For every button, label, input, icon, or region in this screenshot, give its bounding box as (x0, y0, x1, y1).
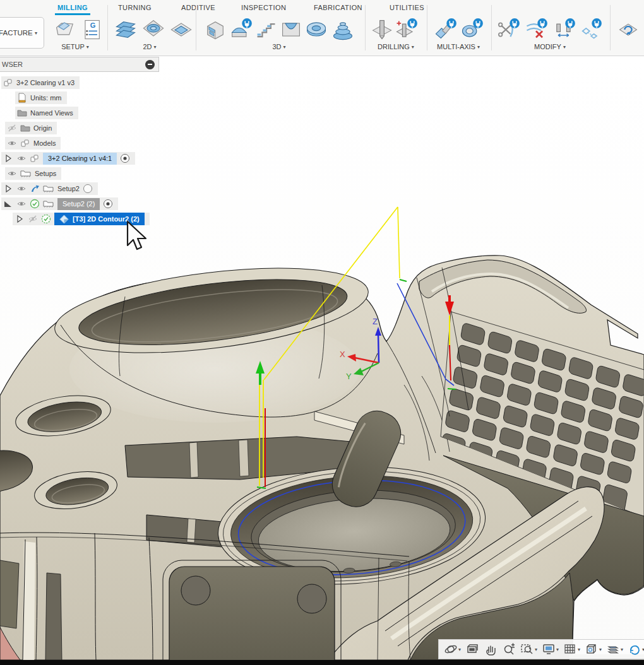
eye-visible-icon[interactable] (7, 138, 17, 148)
tab-utilities[interactable]: UTILITIES (387, 0, 427, 15)
drilling-group-label[interactable]: DRILLING▾ (369, 42, 422, 52)
tree-row-document[interactable]: 3+2 Clearing v1 v3 (1, 75, 80, 90)
morph-spiral-icon[interactable] (331, 18, 355, 42)
radio-active-icon[interactable] (120, 153, 130, 163)
setups-folder-icon (43, 199, 54, 209)
eye-visible-icon[interactable] (16, 153, 27, 163)
lead-move-green (400, 280, 407, 281)
eye-visible-icon[interactable] (16, 199, 27, 209)
triad-y-label: Y (346, 372, 352, 381)
nc-program-icon[interactable]: G (80, 18, 104, 42)
setups-folder-icon (20, 168, 32, 179)
tree-row-setups[interactable]: Setups (1, 166, 61, 181)
tree-item-label: Units: mm (30, 94, 62, 102)
face-icon[interactable] (169, 18, 193, 42)
modify-group-label[interactable]: MODIFY▾ (523, 42, 577, 52)
tab-additive[interactable]: ADDITIVE (179, 0, 218, 15)
2d-group-label[interactable]: 2D▾ (126, 42, 173, 52)
dropdown-caret[interactable]: ▾ (535, 647, 537, 652)
steep-shallow-icon[interactable] (229, 18, 253, 42)
expand-arrow-icon[interactable] (3, 184, 13, 194)
tool-marker-right (448, 295, 451, 302)
units-document-icon (17, 93, 27, 103)
deep-drill-icon[interactable] (394, 18, 418, 42)
delete-passes-icon[interactable] (524, 18, 548, 42)
spiral-icon[interactable] (304, 18, 328, 42)
component-icon (3, 78, 13, 88)
tree-item-label: 3+2 Clearing v1 v4:1 (48, 155, 112, 162)
navigation-toolbar: ▾ ▾ ▾ ▾ ▾ ▾ (438, 639, 644, 659)
swarf-icon[interactable] (433, 18, 457, 42)
orbit-button[interactable]: ▾ (442, 642, 463, 656)
dropdown-caret[interactable]: ▾ (458, 647, 461, 652)
parallel-steps-icon[interactable] (254, 18, 278, 42)
setups-folder-icon (43, 184, 54, 194)
grid-snaps-button[interactable]: ▾ (561, 642, 582, 656)
setup-group-label[interactable]: SETUP▾ (53, 42, 97, 52)
group-divider (365, 5, 366, 50)
workspace-selector[interactable]: FACTURE ▾ (0, 17, 44, 49)
tab-fabrication[interactable]: FABRICATION (311, 0, 365, 15)
svg-text:G: G (90, 21, 96, 29)
expand-arrow-icon[interactable] (3, 153, 13, 163)
active-setup-highlight: Setup2 (2) (57, 198, 100, 210)
2d-adaptive-icon[interactable] (114, 18, 138, 42)
tree-row-model-instance[interactable]: 3+2 Clearing v1 v4:1 (1, 151, 135, 166)
bodies-icon (20, 138, 30, 148)
viewports-button[interactable]: ▾ (583, 642, 604, 656)
3d-adaptive-icon[interactable] (203, 18, 227, 42)
collapse-arrow-icon[interactable] (3, 199, 13, 209)
eye-visible-icon[interactable] (7, 168, 17, 179)
dropdown-caret[interactable]: ▾ (621, 647, 623, 652)
3d-group-label[interactable]: 3D▾ (256, 42, 302, 52)
tree-item-label: 3+2 Clearing v1 v3 (16, 79, 75, 86)
layers-button[interactable]: ▾ (604, 642, 625, 656)
dropdown-caret[interactable]: ▾ (599, 647, 602, 652)
screen-bottom-strip (0, 660, 644, 665)
extension-badge (473, 18, 483, 28)
tree-row-units[interactable]: Units: mm (1, 90, 67, 105)
group-divider (107, 5, 108, 50)
trim-toolpath-icon[interactable] (496, 18, 520, 42)
tree-row-named-views[interactable]: Named Views (1, 105, 78, 121)
radio-inactive-icon[interactable] (83, 184, 93, 194)
viewport-canvas[interactable]: Z X Y (0, 56, 644, 660)
display-settings-button[interactable]: ▾ (540, 642, 561, 656)
tree-item-label: Origin (33, 124, 52, 132)
tool-orientation-icon[interactable] (552, 18, 576, 42)
flow-icon[interactable] (279, 18, 303, 42)
transform-toolpath-icon[interactable] (578, 18, 602, 42)
valid-check-icon (30, 199, 40, 209)
tree-row-origin[interactable]: Origin (1, 121, 57, 136)
tree-row-models[interactable]: Models (1, 136, 61, 151)
dropdown-caret[interactable]: ▾ (578, 647, 580, 652)
new-setup-icon[interactable] (53, 18, 77, 42)
rotary-icon[interactable] (460, 18, 484, 42)
refresh-button[interactable]: ▾ (626, 642, 644, 656)
dropdown-caret[interactable]: ▾ (556, 647, 559, 652)
retract-marker-stem (259, 374, 261, 385)
pan-button[interactable] (482, 642, 499, 656)
tab-milling[interactable]: MILLING (55, 0, 90, 15)
mouse-cursor (124, 220, 150, 252)
group-divider (427, 5, 427, 50)
2d-pocket-icon[interactable] (141, 18, 165, 42)
tab-turning[interactable]: TURNING (116, 0, 154, 15)
folder-icon (17, 108, 27, 118)
generate-toolpath-icon[interactable] (616, 18, 640, 42)
zoom-button[interactable] (500, 642, 518, 656)
radio-active-icon[interactable] (103, 199, 113, 209)
tab-inspection[interactable]: INSPECTION (239, 0, 289, 15)
eye-visible-icon[interactable] (16, 184, 27, 194)
expand-arrow-icon[interactable] (15, 214, 25, 224)
window-zoom-button[interactable]: ▾ (518, 642, 539, 656)
multi-axis-group-label[interactable]: MULTI-AXIS▾ (431, 42, 486, 52)
browser-header: WSER (0, 57, 159, 72)
tree-row-setup2[interactable]: Setup2 (1, 181, 98, 196)
eye-hidden-icon[interactable] (7, 123, 17, 133)
browser-collapse-button[interactable] (145, 60, 155, 69)
tree-row-setup2-2[interactable]: Setup2 (2) (1, 196, 118, 211)
drill-icon[interactable] (370, 18, 394, 42)
eye-hidden-icon[interactable] (28, 214, 38, 224)
look-at-button[interactable] (463, 642, 481, 656)
